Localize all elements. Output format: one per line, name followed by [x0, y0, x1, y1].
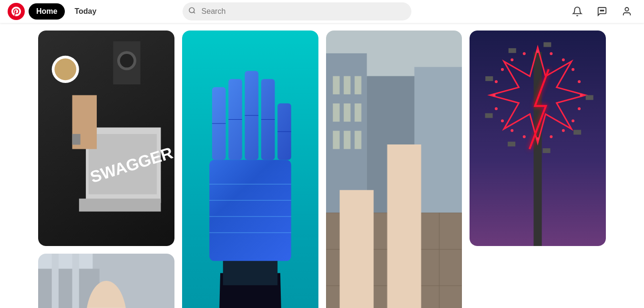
- home-button[interactable]: Home: [29, 3, 65, 20]
- search-icon: [188, 7, 196, 16]
- svg-point-0: [189, 8, 194, 13]
- messages-button[interactable]: [593, 2, 612, 21]
- search-bar: [183, 2, 411, 21]
- svg-point-3: [602, 10, 603, 11]
- search-input[interactable]: [183, 2, 411, 21]
- pinterest-logo[interactable]: [8, 3, 25, 20]
- today-button[interactable]: Today: [69, 3, 102, 20]
- svg-point-5: [625, 8, 628, 11]
- profile-button[interactable]: [617, 2, 636, 21]
- pin-2[interactable]: [182, 31, 318, 308]
- header-right-icons: [568, 2, 636, 21]
- pin-4[interactable]: [470, 31, 606, 246]
- svg-line-1: [194, 12, 195, 13]
- svg-point-2: [600, 10, 601, 11]
- user-icon: [622, 6, 632, 17]
- svg-point-4: [603, 10, 604, 11]
- pin-3[interactable]: [326, 31, 462, 308]
- pins-container: [0, 23, 644, 308]
- pins-grid: [38, 31, 606, 308]
- pinterest-icon: [11, 7, 21, 16]
- chat-icon: [597, 6, 607, 17]
- header: Home Today: [0, 0, 644, 23]
- notifications-button[interactable]: [568, 2, 587, 21]
- bell-icon: [572, 6, 583, 17]
- pin-5[interactable]: [38, 254, 174, 308]
- pin-1[interactable]: [38, 31, 174, 246]
